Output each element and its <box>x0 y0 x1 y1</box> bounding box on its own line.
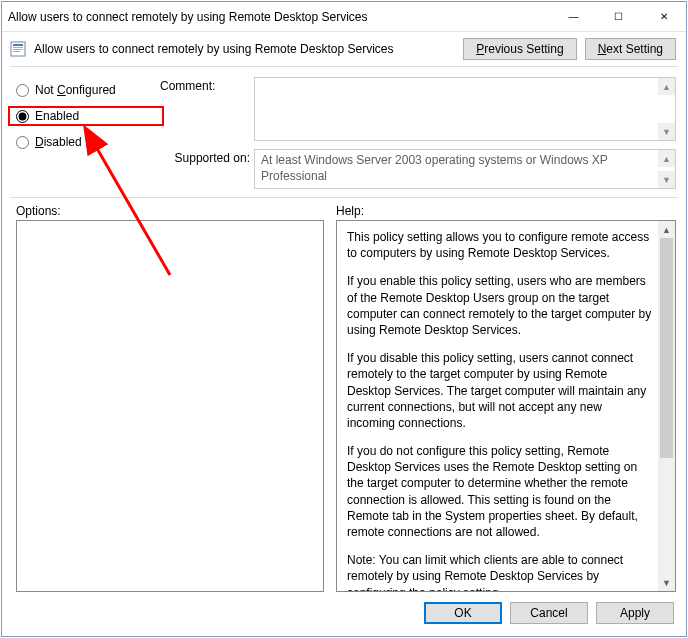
state-radio-group: Not Configured Enabled Disabled <box>16 77 156 189</box>
help-paragraph: If you disable this policy setting, user… <box>347 350 652 431</box>
radio-enabled-label: Enabled <box>35 109 79 123</box>
settings-area: Not Configured Enabled Disabled Comment:… <box>2 67 686 193</box>
supported-on-text: At least Windows Server 2003 operating s… <box>255 150 675 187</box>
svg-rect-3 <box>13 49 23 50</box>
comment-scroll-down[interactable]: ▼ <box>658 123 675 140</box>
help-paragraph: If you enable this policy setting, users… <box>347 273 652 338</box>
scroll-up-button[interactable]: ▲ <box>658 221 675 238</box>
comment-label: Comment: <box>160 77 250 141</box>
dialog-button-bar: OK Cancel Apply <box>2 592 686 636</box>
chevron-up-icon: ▲ <box>662 82 671 92</box>
chevron-down-icon: ▼ <box>662 127 671 137</box>
help-pane: This policy setting allows you to config… <box>336 220 676 592</box>
cancel-button[interactable]: Cancel <box>510 602 588 624</box>
close-icon: ✕ <box>660 11 668 22</box>
supported-on-box: At least Windows Server 2003 operating s… <box>254 149 676 189</box>
policy-icon <box>10 41 26 57</box>
svg-rect-1 <box>13 44 23 46</box>
scroll-down-button[interactable]: ▼ <box>658 574 675 591</box>
options-label: Options: <box>16 204 336 218</box>
radio-disabled[interactable]: Disabled <box>16 133 156 151</box>
svg-rect-4 <box>13 51 20 52</box>
help-paragraph: If you do not configure this policy sett… <box>347 443 652 540</box>
minimize-icon: — <box>569 11 579 22</box>
help-paragraph: This policy setting allows you to config… <box>347 229 652 261</box>
radio-not-configured[interactable]: Not Configured <box>16 81 156 99</box>
options-pane <box>16 220 324 592</box>
mid-labels: Options: Help: <box>16 204 676 218</box>
close-button[interactable]: ✕ <box>641 2 686 31</box>
maximize-button[interactable]: ☐ <box>596 2 641 31</box>
chevron-down-icon: ▼ <box>662 175 671 185</box>
radio-not-configured-label: Not Configured <box>35 83 116 97</box>
window-title: Allow users to connect remotely by using… <box>8 10 551 24</box>
next-setting-button[interactable]: Next Setting <box>585 38 676 60</box>
chevron-up-icon: ▲ <box>662 225 671 235</box>
previous-setting-button[interactable]: Previous Setting <box>463 38 576 60</box>
radio-enabled-input[interactable] <box>16 110 29 123</box>
radio-not-configured-input[interactable] <box>16 84 29 97</box>
supported-label: Supported on: <box>160 149 250 189</box>
minimize-button[interactable]: — <box>551 2 596 31</box>
chevron-up-icon: ▲ <box>662 154 671 164</box>
help-scrollbar[interactable]: ▲ ▼ <box>658 221 675 591</box>
dialog-header: Allow users to connect remotely by using… <box>2 32 686 66</box>
supported-scroll-up[interactable]: ▲ <box>658 150 675 167</box>
comment-textarea[interactable]: ▲ ▼ <box>254 77 676 141</box>
radio-disabled-label: Disabled <box>35 135 82 149</box>
help-label: Help: <box>336 204 364 218</box>
maximize-icon: ☐ <box>614 11 623 22</box>
policy-editor-window: Allow users to connect remotely by using… <box>1 1 687 637</box>
svg-rect-2 <box>13 47 23 48</box>
scroll-track[interactable] <box>658 238 675 574</box>
comment-scroll-up[interactable]: ▲ <box>658 78 675 95</box>
policy-title: Allow users to connect remotely by using… <box>34 42 455 56</box>
chevron-down-icon: ▼ <box>662 578 671 588</box>
lower-panes: This policy setting allows you to config… <box>2 220 686 592</box>
enabled-highlight: Enabled <box>8 106 164 126</box>
help-paragraph: Note: You can limit which clients are ab… <box>347 552 652 591</box>
radio-disabled-input[interactable] <box>16 136 29 149</box>
help-text: This policy setting allows you to config… <box>337 221 658 591</box>
divider <box>10 197 678 198</box>
scroll-thumb[interactable] <box>660 238 673 458</box>
ok-button[interactable]: OK <box>424 602 502 624</box>
apply-button[interactable]: Apply <box>596 602 674 624</box>
titlebar: Allow users to connect remotely by using… <box>2 2 686 32</box>
supported-scroll-down[interactable]: ▼ <box>658 171 675 188</box>
